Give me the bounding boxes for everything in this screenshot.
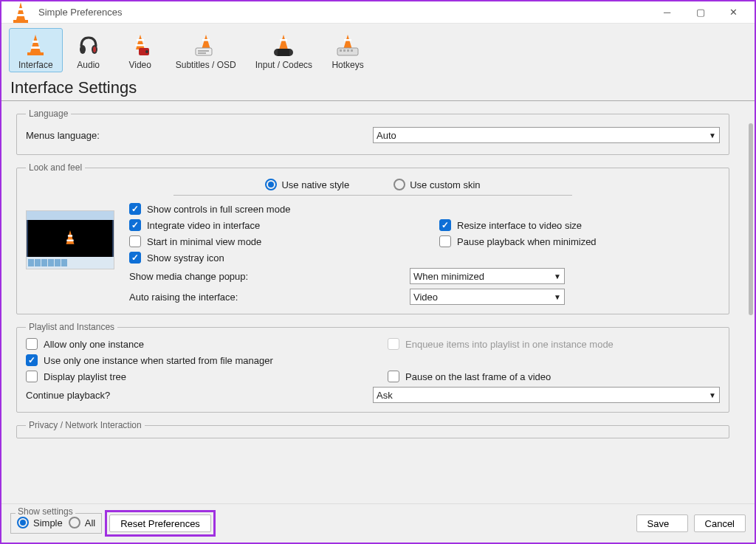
category-label: Video <box>128 60 151 70</box>
svg-rect-0 <box>18 8 24 10</box>
category-video[interactable]: Video <box>114 28 166 72</box>
svg-rect-13 <box>202 39 210 41</box>
svg-rect-5 <box>27 52 44 55</box>
radio-icon <box>17 517 29 528</box>
svg-rect-23 <box>340 49 342 52</box>
enqueue-checkbox: Enqueue items into playlist in one insta… <box>388 338 720 350</box>
checkbox-icon <box>129 219 141 231</box>
video-icon <box>127 32 154 58</box>
category-label: Subtitles / OSD <box>176 60 236 70</box>
svg-rect-3 <box>32 41 38 43</box>
minimize-button[interactable]: ─ <box>650 2 684 23</box>
checkbox-icon <box>129 203 141 215</box>
pause-last-frame-checkbox[interactable]: Pause on the last frame of a video <box>388 371 720 382</box>
category-audio[interactable]: Audio <box>63 28 114 72</box>
svg-rect-27 <box>68 235 72 236</box>
svg-rect-26 <box>351 49 353 52</box>
privacy-legend: Privacy / Network Interaction <box>26 420 145 430</box>
lookfeel-legend: Look and feel <box>26 162 85 173</box>
cancel-button[interactable]: Cancel <box>694 514 746 532</box>
systray-checkbox[interactable]: Show systray icon <box>129 252 410 264</box>
hotkeys-icon <box>334 32 361 58</box>
radio-icon <box>394 179 405 190</box>
category-label: Hotkeys <box>331 60 363 70</box>
svg-rect-1 <box>17 14 25 16</box>
checkbox-icon <box>388 338 399 350</box>
reset-preferences-button[interactable]: Reset Preferences <box>109 514 211 532</box>
language-legend: Language <box>26 109 71 119</box>
svg-rect-24 <box>343 49 346 52</box>
language-group: Language Menus language: Auto ▼ <box>16 109 729 155</box>
subtitles-icon <box>193 32 219 58</box>
svg-rect-9 <box>137 39 144 41</box>
svg-point-12 <box>145 50 148 53</box>
playlist-group: Playlist and Instances Allow only one in… <box>16 322 729 413</box>
checkbox-icon <box>439 235 451 247</box>
bottom-bar: Show settings Simple All Reset Preferenc… <box>1 503 755 543</box>
menus-language-label: Menus language: <box>26 130 373 141</box>
checkbox-icon <box>129 252 141 264</box>
continue-playback-label: Continue playback? <box>26 390 373 401</box>
display-playlist-tree-checkbox[interactable]: Display playlist tree <box>26 371 358 382</box>
category-input-codecs[interactable]: Input / Codecs <box>246 28 322 72</box>
fullscreen-controls-checkbox[interactable]: Show controls in full screen mode <box>129 203 410 215</box>
svg-rect-21 <box>344 39 351 41</box>
svg-rect-2 <box>13 20 28 23</box>
autoraise-label: Auto raising the interface: <box>129 292 410 303</box>
svg-rect-28 <box>66 240 73 241</box>
menus-language-select[interactable]: Auto ▼ <box>373 127 720 143</box>
show-settings-group: Show settings Simple All <box>10 513 102 534</box>
continue-playback-select[interactable]: Ask▼ <box>373 387 720 403</box>
show-all-radio[interactable]: All <box>69 517 95 528</box>
scrollbar[interactable] <box>749 123 753 315</box>
headphones-icon <box>75 32 102 58</box>
svg-rect-10 <box>135 44 145 47</box>
vlc-cone-icon <box>7 0 34 26</box>
integrate-video-checkbox[interactable]: Integrate video in interface <box>129 219 410 231</box>
chevron-down-icon: ▼ <box>709 131 716 140</box>
show-settings-legend: Show settings <box>16 506 75 517</box>
category-interface[interactable]: Interface <box>9 28 63 72</box>
media-popup-label: Show media change popup: <box>129 271 410 282</box>
checkbox-icon <box>129 235 141 247</box>
svg-rect-20 <box>278 49 289 56</box>
custom-skin-radio[interactable]: Use custom skin <box>394 179 480 190</box>
one-instance-filemgr-checkbox[interactable]: Use only one instance when started from … <box>26 354 720 366</box>
checkbox-icon <box>26 354 38 366</box>
minimal-view-checkbox[interactable]: Start in minimal view mode <box>129 235 410 247</box>
chevron-down-icon: ▼ <box>554 272 561 280</box>
native-style-radio[interactable]: Use native style <box>265 179 349 190</box>
category-label: Input / Codecs <box>255 60 312 70</box>
checkbox-icon <box>26 371 38 382</box>
media-popup-select[interactable]: When minimized▼ <box>410 268 565 284</box>
show-simple-radio[interactable]: Simple <box>17 517 63 528</box>
radio-icon <box>265 179 277 190</box>
chevron-down-icon: ▼ <box>709 391 716 399</box>
checkbox-icon <box>26 338 38 350</box>
save-button[interactable]: Save <box>636 514 688 532</box>
svg-rect-25 <box>347 49 349 52</box>
svg-point-8 <box>93 47 96 52</box>
window-title: Simple Preferences <box>38 7 122 18</box>
category-label: Interface <box>18 60 53 70</box>
close-button[interactable]: ✕ <box>717 2 750 23</box>
preferences-window: Simple Preferences ─ ▢ ✕ Interface Audio… <box>0 0 756 544</box>
svg-rect-17 <box>280 39 287 41</box>
category-hotkeys[interactable]: Hotkeys <box>322 28 374 72</box>
svg-point-6 <box>80 45 86 54</box>
pause-minimized-checkbox[interactable]: Pause playback when minimized <box>439 235 720 247</box>
resize-interface-checkbox[interactable]: Resize interface to video size <box>439 219 720 231</box>
maximize-button[interactable]: ▢ <box>684 2 717 23</box>
lookfeel-group: Look and feel Use native style Use custo… <box>16 162 729 314</box>
skin-preview-image <box>26 210 114 269</box>
codecs-icon <box>270 32 297 58</box>
category-subtitles[interactable]: Subtitles / OSD <box>166 28 246 72</box>
category-label: Audio <box>77 60 100 70</box>
svg-rect-14 <box>196 48 212 55</box>
radio-icon <box>69 517 80 528</box>
playlist-legend: Playlist and Instances <box>26 322 117 332</box>
checkbox-icon <box>388 371 399 382</box>
titlebar: Simple Preferences ─ ▢ ✕ <box>1 1 755 24</box>
autoraise-select[interactable]: Video▼ <box>410 289 565 305</box>
one-instance-checkbox[interactable]: Allow only one instance <box>26 338 358 350</box>
